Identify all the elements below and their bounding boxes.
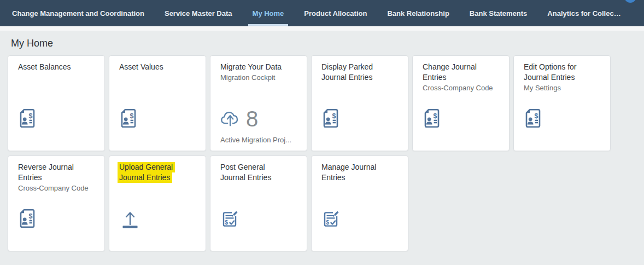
tile-title: Display Parked Journal Entries <box>321 62 390 83</box>
svg-text:$: $ <box>29 112 33 120</box>
tile-reverse-journal-entries[interactable]: Reverse Journal Entries Cross-Company Co… <box>8 155 105 251</box>
tile-title: Change Journal Entries <box>423 62 491 83</box>
nav-item-my-home[interactable]: My Home <box>251 0 285 26</box>
svg-text:$: $ <box>535 112 538 120</box>
upload-icon <box>119 209 141 228</box>
tile-subtitle: Cross-Company Code <box>423 83 499 93</box>
tile-title: Asset Balances <box>18 62 87 72</box>
customer-financial-fact-sheet-icon: $ <box>18 209 37 228</box>
highlight-annotation: Upload General Journal Entries <box>118 162 175 183</box>
svg-text:$: $ <box>434 112 437 120</box>
tile-manage-journal-entries[interactable]: Manage Journal Entries $ <box>311 155 408 251</box>
tile-upload-general-journal-entries[interactable]: Upload General Journal Entries <box>109 155 206 251</box>
tile-title: Edit Options for Journal Entries <box>524 62 593 83</box>
customer-financial-fact-sheet-icon: $ <box>18 108 37 128</box>
tile-migrate-your-data[interactable]: Migrate Your Data Migration Cockpit 8 Ac… <box>210 55 307 151</box>
customer-financial-fact-sheet-icon: $ <box>423 108 441 128</box>
svg-text:$: $ <box>332 112 336 120</box>
tile-grid: Asset Balances $ Asset Values <box>8 55 636 251</box>
customer-financial-fact-sheet-icon: $ <box>321 108 340 128</box>
tile-display-parked-journal-entries[interactable]: Display Parked Journal Entries $ <box>311 55 408 151</box>
journal-entries-icon: $ <box>220 209 241 228</box>
svg-text:$: $ <box>225 219 228 226</box>
tile-title: Manage Journal Entries <box>321 162 390 183</box>
svg-text:$: $ <box>130 112 134 120</box>
svg-text:$: $ <box>326 219 329 226</box>
nav-item-product-allocation[interactable]: Product Allocation <box>303 0 368 26</box>
customer-financial-fact-sheet-icon: $ <box>119 108 138 128</box>
page-title: My Home <box>0 31 644 50</box>
tile-title: Asset Values <box>119 62 188 72</box>
tile-subtitle: My Settings <box>524 83 600 93</box>
cloud-upload-icon <box>219 108 242 130</box>
tile-title: Migrate Your Data <box>220 62 289 72</box>
journal-entries-icon: $ <box>321 209 342 228</box>
kpi-active-projects-count: 8 <box>246 108 258 130</box>
nav-item-change-management[interactable]: Change Management and Coordination <box>11 0 145 26</box>
tile-footer: Active Migration Proj... <box>220 136 301 144</box>
svg-text:$: $ <box>29 212 33 220</box>
nav-item-service-master-data[interactable]: Service Master Data <box>163 0 233 26</box>
tile-title-highlighted: Upload General Journal Entries <box>119 162 188 183</box>
tile-change-journal-entries[interactable]: Change Journal Entries Cross-Company Cod… <box>412 55 510 151</box>
tile-asset-balances[interactable]: Asset Balances $ <box>8 55 105 151</box>
home-content: My Home Asset Balances $ Asset Values <box>0 31 644 265</box>
tile-asset-values[interactable]: Asset Values $ <box>109 55 206 151</box>
subheader-strip <box>0 26 644 31</box>
tile-title: Reverse Journal Entries <box>18 162 87 183</box>
tile-edit-options-for-journal-entries[interactable]: Edit Options for Journal Entries My Sett… <box>513 55 611 151</box>
tile-title: Post General Journal Entries <box>220 162 289 183</box>
customer-financial-fact-sheet-icon: $ <box>524 108 542 128</box>
tile-subtitle: Cross-Company Code <box>18 183 95 193</box>
shell-navigation-bar: Change Management and Coordination Servi… <box>0 0 644 26</box>
tile-subtitle: Migration Cockpit <box>220 73 297 82</box>
nav-item-bank-relationship[interactable]: Bank Relationship <box>386 0 450 26</box>
tile-post-general-journal-entries[interactable]: Post General Journal Entries $ <box>210 155 307 251</box>
nav-item-analytics-for-collections[interactable]: Analytics for Collec… <box>546 0 622 26</box>
avatar[interactable] <box>624 0 636 3</box>
nav-item-bank-statements[interactable]: Bank Statements <box>469 0 528 26</box>
